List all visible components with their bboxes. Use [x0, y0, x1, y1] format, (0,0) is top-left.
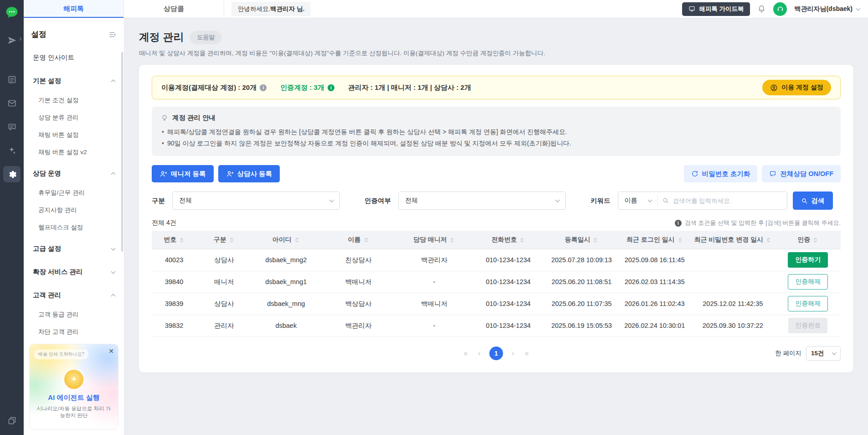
per-page-label: 한 페이지	[775, 349, 801, 357]
sidebar-item-label: 운영 인사이트	[33, 53, 74, 62]
sort-icon[interactable]	[229, 237, 235, 243]
filter-row: 구분 전체 인증여부 전체 키워드 이름	[152, 192, 841, 210]
sidebar-subitem[interactable]: 채팅 버튼 설정 v2	[28, 144, 119, 161]
tab-happytalk[interactable]: 해피톡	[24, 0, 124, 18]
sidebar-subitem[interactable]: 고객 등급 관리	[28, 306, 119, 323]
table-row: 40023상담사dsbaek_mng2친상담사백관리자010-1234-1234…	[152, 249, 841, 271]
sidebar-scrollbar[interactable]	[121, 52, 123, 252]
column-header-3[interactable]: 이름	[320, 231, 396, 249]
sidebar-item[interactable]: 고급 설정	[28, 238, 119, 259]
per-page-select[interactable]: 15건	[806, 346, 841, 361]
column-header-label: 최근 로그인 일시	[627, 236, 675, 244]
cell-manager: 백관리자	[396, 249, 472, 271]
search-icon	[662, 197, 669, 204]
register-manager-button[interactable]: 매니저 등록	[152, 165, 214, 182]
windows-icon[interactable]	[3, 412, 21, 429]
column-header-8[interactable]: 최근 비밀번호 변경 일시	[690, 231, 775, 249]
search-hint: i 검색 조건을 선택 및 입력한 후 [검색] 버튼을 클릭해 주세요.	[675, 219, 841, 227]
sidebar-item[interactable]: 기본 설정	[28, 70, 119, 92]
cell-last_login: 2025.09.08 16:11:45	[619, 249, 690, 271]
sidebar-subitem[interactable]: 채팅 버튼 설정	[28, 126, 119, 144]
guidebook-button[interactable]: 해피톡 가이드북	[682, 2, 750, 16]
sort-icon[interactable]	[677, 237, 683, 243]
help-badge[interactable]: 도움말	[190, 31, 221, 44]
verify-filter-label: 인증여부	[365, 197, 391, 205]
sidebar-item[interactable]: 고객 관리	[28, 285, 119, 306]
sidebar-subitem[interactable]: 기본 조건 설정	[28, 92, 119, 109]
column-header-9[interactable]: 인증	[775, 231, 841, 249]
close-icon[interactable]: ✕	[108, 347, 114, 355]
sidebar-subitem[interactable]: 상담 분류 관리	[28, 109, 119, 126]
guide-title: 계정 관리 안내	[172, 114, 216, 122]
icon-rail	[0, 0, 24, 435]
sort-icon[interactable]	[449, 237, 455, 243]
chevron-down-icon	[329, 198, 334, 202]
user-menu[interactable]: 백관리자님(dsbaek)	[794, 5, 860, 13]
chat-icon[interactable]	[3, 119, 21, 135]
search-button[interactable]: 검색	[793, 192, 833, 210]
keyword-field-select[interactable]: 이름	[618, 197, 657, 205]
keyword-filter-label: 키워드	[591, 197, 611, 205]
sparkles-icon[interactable]	[3, 142, 21, 159]
info-icon[interactable]: i	[260, 84, 267, 91]
send-icon[interactable]	[3, 32, 21, 48]
column-header-6[interactable]: 등록일시	[544, 231, 619, 249]
cell-id: dsbaek_mng	[252, 293, 320, 315]
sort-icon[interactable]	[519, 237, 525, 243]
verify-button[interactable]: 인증하기	[788, 252, 828, 268]
column-header-0[interactable]: 번호	[152, 231, 196, 249]
collapse-sidebar-icon[interactable]	[108, 31, 117, 39]
sidebar-item[interactable]: 확장 서비스 관리	[28, 261, 119, 283]
sidebar-item[interactable]: 운영 인사이트	[28, 47, 119, 68]
first-page-button[interactable]: «	[459, 347, 472, 360]
cell-status: 인증완료	[775, 315, 841, 337]
mail-icon[interactable]	[3, 95, 21, 111]
cell-last_login: 2026.01.26 11:02:43	[619, 293, 690, 315]
column-header-7[interactable]: 최근 로그인 일시	[619, 231, 690, 249]
headset-icon[interactable]	[773, 2, 787, 16]
search-input[interactable]	[669, 197, 787, 204]
unverify-button[interactable]: 인증해제	[788, 274, 828, 290]
column-header-4[interactable]: 담당 매니저	[396, 231, 472, 249]
prev-page-button[interactable]: ‹	[473, 347, 486, 360]
search-icon	[801, 197, 808, 204]
unverify-button[interactable]: 인증해제	[788, 296, 828, 311]
toggle-all-consult-button[interactable]: 전체상담 ON/OFF	[762, 165, 841, 182]
ai-card-title[interactable]: AI 에이전트 실행	[30, 394, 118, 402]
column-header-1[interactable]: 구분	[196, 231, 252, 249]
verify-filter-select[interactable]: 전체	[398, 192, 566, 210]
cell-phone: 010-1234-1234	[472, 271, 544, 293]
sidebar-subitem[interactable]: 공지사항 관리	[28, 202, 119, 219]
sidebar-subitem[interactable]: 차단 고객 관리	[28, 323, 119, 339]
sort-icon[interactable]	[765, 237, 771, 243]
last-page-button[interactable]: »	[520, 347, 533, 360]
board-icon[interactable]	[3, 71, 21, 88]
register-agent-button[interactable]: 상담사 등록	[218, 165, 280, 182]
next-page-button[interactable]: ›	[507, 347, 519, 360]
current-page-button[interactable]: 1	[489, 347, 503, 360]
sparkle-icon	[64, 370, 83, 389]
sort-icon[interactable]	[179, 237, 185, 243]
type-filter-select[interactable]: 전체	[172, 192, 340, 210]
settings-gear-icon[interactable]	[3, 166, 21, 182]
sidebar-item-label: 고객 관리	[33, 291, 61, 300]
column-header-label: 최근 비밀번호 변경 일시	[694, 236, 763, 244]
sort-icon[interactable]	[294, 237, 300, 243]
tab-consult-call[interactable]: 상담콜	[124, 0, 224, 18]
info-icon[interactable]: i	[328, 84, 334, 91]
sidebar-subitem[interactable]: 헬프데스크 설정	[28, 219, 119, 236]
column-header-2[interactable]: 아이디	[252, 231, 320, 249]
sidebar-subitem[interactable]: 휴무일/근무 관리	[28, 184, 119, 202]
chevron-down-icon	[111, 269, 116, 274]
sort-icon[interactable]	[592, 237, 598, 243]
reset-password-button[interactable]: 비밀번호 초기화	[684, 165, 758, 182]
happytalk-logo-icon[interactable]	[4, 5, 20, 20]
usage-account-count: 이용계정(결제대상 계정) : 20개 i	[161, 83, 267, 92]
sort-icon[interactable]	[812, 237, 818, 243]
column-header-5[interactable]: 전화번호	[472, 231, 544, 249]
sidebar-item[interactable]: 상담 운영	[28, 163, 119, 184]
bell-icon[interactable]	[757, 5, 766, 13]
sort-icon[interactable]	[363, 237, 369, 243]
usage-account-settings-button[interactable]: 이용 계정 설정	[762, 80, 831, 95]
cell-pw_changed	[690, 271, 775, 293]
